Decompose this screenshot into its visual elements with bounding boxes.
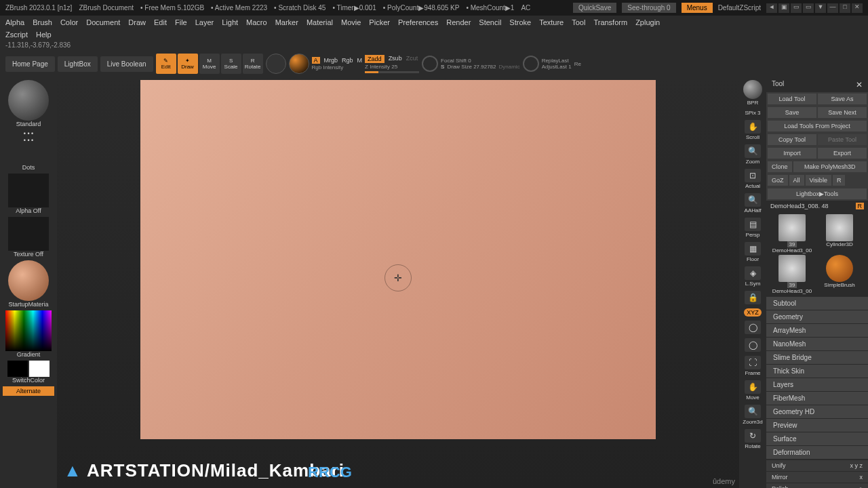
- import-button[interactable]: Import: [768, 148, 816, 159]
- menu-texture[interactable]: Texture: [539, 18, 564, 26]
- draw-size-slider[interactable]: Draw Size 27.92782: [447, 64, 496, 70]
- material-selector[interactable]: StartupMateria: [3, 260, 54, 308]
- lightbox-button[interactable]: LightBox: [58, 56, 98, 72]
- tool-item[interactable]: SimpleBrush: [816, 255, 863, 294]
- clone-button[interactable]: Clone: [768, 161, 792, 172]
- menu-layer[interactable]: Layer: [195, 18, 214, 26]
- goz-visible-button[interactable]: Visible: [806, 175, 831, 186]
- window-icon-3[interactable]: ▭: [791, 3, 802, 13]
- scale-mode-button[interactable]: SScale: [221, 54, 241, 74]
- move-mode-button[interactable]: MMove: [199, 54, 220, 74]
- save-button[interactable]: Save: [768, 107, 816, 118]
- lsym-button[interactable]: ◈L.Sym: [741, 265, 765, 288]
- focal-gauge-icon[interactable]: [422, 56, 438, 72]
- accordion-nanomesh[interactable]: NanoMesh: [766, 338, 868, 351]
- bpr-button[interactable]: BPR: [741, 79, 765, 107]
- seethrough-slider[interactable]: See-through 0: [622, 3, 675, 13]
- goz-button[interactable]: GoZ: [768, 175, 788, 186]
- accordion-slimebridge[interactable]: Slime Bridge: [766, 351, 868, 365]
- accordion-thickskin[interactable]: Thick Skin: [766, 365, 868, 378]
- load-tool-button[interactable]: Load Tool: [768, 94, 816, 104]
- frame-button[interactable]: ⛶Frame: [741, 354, 765, 378]
- texture-selector[interactable]: Texture Off: [3, 217, 54, 258]
- menu-document[interactable]: Document: [86, 18, 120, 26]
- window-icon-4[interactable]: ▭: [803, 3, 814, 13]
- accordion-geometryhd[interactable]: Geometry HD: [766, 405, 868, 419]
- goz-all-button[interactable]: All: [789, 175, 804, 186]
- lock-icon[interactable]: 🔒: [741, 289, 765, 306]
- zoom-button[interactable]: 🔍Zoom: [741, 143, 765, 166]
- floor-button[interactable]: ▦Floor: [741, 241, 765, 264]
- accordion-fibermesh[interactable]: FiberMesh: [766, 392, 868, 405]
- save-as-button[interactable]: Save As: [818, 94, 867, 104]
- rgb-button[interactable]: Rgb: [342, 57, 353, 64]
- accordion-arraymesh[interactable]: ArrayMesh: [766, 324, 868, 338]
- accordion-layers[interactable]: Layers: [766, 378, 868, 392]
- accordion-geometry[interactable]: Geometry: [766, 310, 868, 324]
- menu-transform[interactable]: Transform: [593, 18, 627, 26]
- menu-tool[interactable]: Tool: [572, 18, 585, 26]
- polymesh-button[interactable]: Make PolyMesh3D: [793, 161, 867, 172]
- tool-name-field[interactable]: DemoHead3_008. 48R: [766, 201, 868, 211]
- deform-unify[interactable]: Unifyx y z: [766, 460, 868, 471]
- menu-movie[interactable]: Movie: [341, 18, 361, 26]
- menu-render[interactable]: Render: [446, 18, 471, 26]
- actual-button[interactable]: ⊡Actual: [741, 167, 765, 190]
- window-icon-5[interactable]: ▼: [815, 3, 826, 13]
- zadd-button[interactable]: Zadd: [365, 55, 384, 63]
- window-icon-1[interactable]: ◄: [766, 3, 777, 13]
- m-button[interactable]: M: [357, 57, 363, 64]
- draw-mode-button[interactable]: ✦Draw: [178, 54, 198, 74]
- menu-picker[interactable]: Picker: [369, 18, 390, 26]
- zoom3d-button[interactable]: 🔍Zoom3d: [741, 403, 765, 426]
- menu-help[interactable]: Help: [36, 30, 52, 39]
- menu-alpha[interactable]: Alpha: [5, 18, 24, 26]
- window-close-icon[interactable]: ✕: [852, 3, 863, 13]
- swatch-white[interactable]: [29, 361, 50, 377]
- paste-tool-button[interactable]: Paste Tool: [818, 134, 867, 145]
- gizmo-button[interactable]: [266, 54, 286, 74]
- focal-shift-slider[interactable]: Focal Shift 0: [441, 58, 520, 64]
- menu-color[interactable]: Color: [60, 18, 78, 26]
- menu-file[interactable]: File: [175, 18, 187, 26]
- window-icon-2[interactable]: ▣: [778, 3, 789, 13]
- goz-r-button[interactable]: R: [833, 175, 846, 186]
- menu-stroke[interactable]: Stroke: [509, 18, 531, 26]
- load-project-button[interactable]: Load Tools From Project: [768, 121, 867, 131]
- brush-selector[interactable]: Standard: [3, 80, 54, 127]
- z-intensity-slider[interactable]: Z Intensity 25: [365, 64, 419, 70]
- menu-edit[interactable]: Edit: [154, 18, 167, 26]
- replaylast-button[interactable]: ReplayLast: [542, 58, 572, 64]
- quicksave-button[interactable]: QuickSave: [573, 3, 616, 13]
- menu-brush[interactable]: Brush: [33, 18, 52, 26]
- menu-zplugin[interactable]: Zplugin: [635, 18, 660, 26]
- swatch-black[interactable]: [7, 361, 28, 377]
- spix-slider[interactable]: SPix 3: [741, 108, 765, 117]
- zcut-button[interactable]: Zcut: [406, 55, 418, 63]
- scroll-button[interactable]: ✋Scroll: [741, 119, 765, 142]
- liveboolean-button[interactable]: Live Boolean: [100, 56, 153, 72]
- dynamic-toggle[interactable]: Dynamic: [499, 64, 520, 70]
- menu-preferences[interactable]: Preferences: [398, 18, 438, 26]
- tool-item[interactable]: 39DemoHead3_00: [769, 214, 815, 253]
- switch-color-button[interactable]: SwitchColor: [3, 377, 54, 384]
- lightbox-tools-button[interactable]: Lightbox▶Tools: [768, 188, 867, 199]
- defaultzscript[interactable]: DefaultZScript: [718, 4, 761, 12]
- menu-light[interactable]: Light: [222, 18, 238, 26]
- save-next-button[interactable]: Save Next: [818, 107, 867, 118]
- tool-item[interactable]: Cylinder3D: [816, 214, 863, 253]
- rotate3d-button[interactable]: ↻Rotate: [741, 428, 765, 451]
- aahalf-button[interactable]: 🔍AAHalf: [741, 192, 765, 215]
- rotate-mode-button[interactable]: RRotate: [243, 54, 263, 74]
- canvas[interactable]: ✛ ▲ ARTSTATION/Milad_Kambari RRCG ûdemy: [57, 77, 739, 488]
- solo-button[interactable]: ◯: [741, 337, 765, 353]
- deform-polish[interactable]: Polish○: [766, 483, 868, 488]
- color-picker[interactable]: Gradient: [3, 310, 54, 358]
- menu-macro[interactable]: Macro: [246, 18, 267, 26]
- tool-panel-close-icon[interactable]: ✕: [856, 80, 863, 89]
- xyz-toggle[interactable]: XYZ: [744, 308, 762, 317]
- edit-mode-button[interactable]: ✎Edit: [156, 54, 176, 74]
- menu-draw[interactable]: Draw: [128, 18, 146, 26]
- menu-marker[interactable]: Marker: [275, 18, 298, 26]
- mrgb-button[interactable]: Mrgb: [324, 57, 338, 64]
